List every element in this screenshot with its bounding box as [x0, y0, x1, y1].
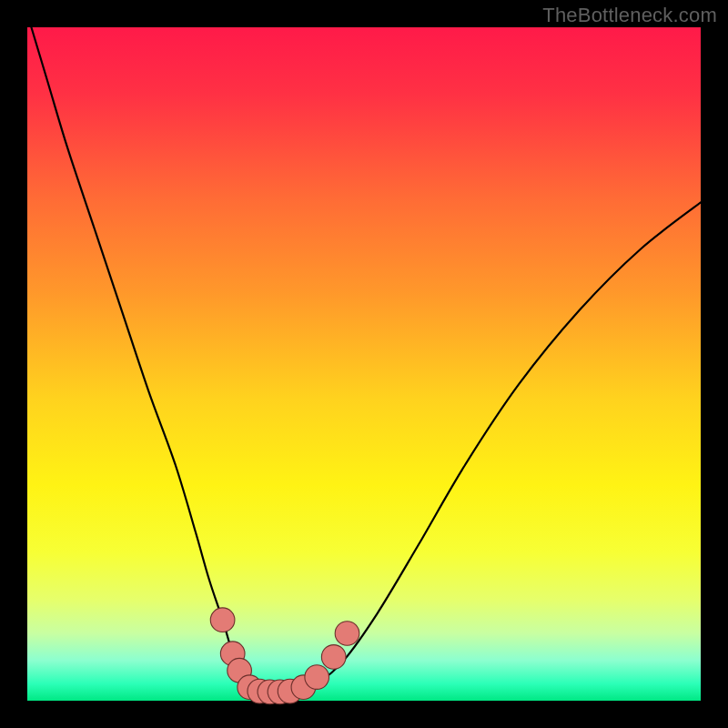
marker-group	[210, 608, 359, 704]
curve-layer	[27, 27, 701, 701]
curve-marker	[321, 645, 346, 670]
chart-frame: TheBottleneck.com	[0, 0, 728, 728]
curve-marker	[305, 665, 329, 690]
curve-marker	[335, 622, 359, 646]
watermark-text: TheBottleneck.com	[542, 4, 717, 27]
plot-area	[27, 27, 701, 701]
bottleneck-curve	[27, 14, 701, 693]
curve-marker	[210, 608, 235, 632]
